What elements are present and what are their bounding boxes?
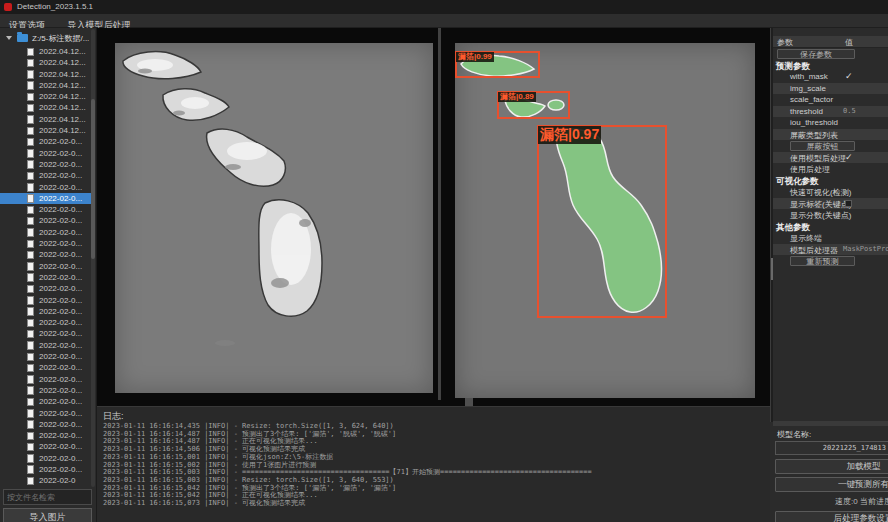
tree-item[interactable]: 2022-02-0...	[0, 464, 94, 475]
param-button[interactable]: 重新预测	[790, 256, 855, 267]
tree-item[interactable]: 2022-02-0...	[0, 159, 94, 170]
tree-item[interactable]: 2022.04.12...	[0, 114, 94, 125]
param-label: iou_threshold	[790, 118, 838, 127]
tree-item-label: 2022.04.12...	[39, 115, 86, 124]
tree-item[interactable]: 2022-02-0...	[0, 227, 94, 238]
file-icon	[27, 206, 34, 215]
tree-item[interactable]: 2022-02-0...	[0, 204, 94, 215]
tree-root[interactable]: Z:/5-标注数据/...	[0, 32, 97, 44]
checkmark-icon[interactable]: ✓	[845, 152, 853, 162]
param-row[interactable]: img_scale	[773, 83, 888, 95]
tree-item[interactable]: 2022-02-0...	[0, 441, 94, 452]
param-row[interactable]: 显示终端	[773, 232, 888, 244]
tree-item[interactable]: 2022.04.12...	[0, 125, 94, 136]
tree-item[interactable]: 2022-02-0...	[0, 385, 94, 396]
tree-item[interactable]: 2022-02-0	[0, 475, 94, 486]
raw-image-panel[interactable]	[115, 43, 433, 393]
tree-item-label: 2022-02-0...	[39, 183, 82, 192]
tree-item[interactable]: 2022-02-0...	[0, 215, 94, 226]
tree-item[interactable]: 2022-02-0...	[0, 408, 94, 419]
file-icon	[27, 432, 34, 441]
tree-item[interactable]: 2022-02-0...	[0, 238, 94, 249]
file-icon	[27, 341, 34, 350]
tree-item[interactable]: 2022-02-0...	[0, 328, 94, 339]
checkmark-icon[interactable]: ✓	[845, 71, 853, 81]
image-splitter[interactable]	[438, 28, 441, 400]
tree-item[interactable]: 2022.04.12...	[0, 46, 94, 57]
param-value[interactable]: 0.5	[843, 107, 856, 115]
predict-all-button[interactable]: 一键预测所有	[775, 477, 888, 492]
tree-item[interactable]: 2022.04.12...	[0, 69, 94, 80]
splitter-grip[interactable]	[465, 398, 473, 406]
tree-item[interactable]: 2022-02-0...	[0, 249, 94, 260]
prediction-image-panel[interactable]: 漏箔|0.99漏箔|0.89漏箔|0.97	[455, 43, 755, 398]
tree-item[interactable]: 2022-02-0...	[0, 362, 94, 373]
import-images-button[interactable]: 导入图片	[3, 508, 92, 522]
tree-item-label: 2022-02-0...	[39, 431, 82, 440]
tree-item-label: 2022-02-0...	[39, 160, 82, 169]
tree-item[interactable]: 2022-02-0...	[0, 295, 94, 306]
param-row[interactable]: iou_threshold	[773, 117, 888, 129]
tree-item[interactable]: 2022-02-0...	[0, 136, 94, 147]
tree-item[interactable]: 2022-02-0...	[0, 340, 94, 351]
tree-scrollbar[interactable]	[91, 29, 95, 487]
tree-item-label: 2022-02-0...	[39, 454, 82, 463]
tree-item[interactable]: 2022-02-0...	[0, 193, 94, 204]
tree-item[interactable]: 2022-02-0...	[0, 261, 94, 272]
tree-item[interactable]: 2022-02-0...	[0, 453, 94, 464]
param-button[interactable]: 屏蔽按钮	[790, 141, 855, 152]
tree-item[interactable]: 2022.04.12...	[0, 102, 94, 113]
chevron-down-icon[interactable]	[6, 36, 12, 40]
tree-item[interactable]: 2022-02-0...	[0, 374, 94, 385]
tree-item[interactable]: 2022.04.12...	[0, 91, 94, 102]
tree-item[interactable]: 2022-02-0...	[0, 283, 94, 294]
param-row[interactable]: 模型后处理器MaskPostPro	[773, 244, 888, 256]
tree-item-label: 2022-02-0...	[39, 442, 82, 451]
tree-item[interactable]: 2022-02-0...	[0, 182, 94, 193]
model-name-field[interactable]: 20221225_174813	[775, 441, 888, 455]
param-row[interactable]: threshold0.5	[773, 106, 888, 118]
checkbox[interactable]	[845, 200, 852, 207]
param-button[interactable]: 保存参数	[777, 49, 855, 60]
defect-blobs	[115, 43, 433, 393]
tree-item[interactable]: 2022-02-0...	[0, 272, 94, 283]
tree-item[interactable]: 2022-02-0...	[0, 148, 94, 159]
tree-item[interactable]: 2022.04.12...	[0, 80, 94, 91]
param-row[interactable]: 屏蔽按钮	[773, 140, 888, 152]
postprocess-settings-button[interactable]: 后处理参数设置	[775, 511, 888, 522]
folder-icon	[17, 34, 28, 42]
param-row[interactable]: 使用模型后处理✓	[773, 152, 888, 164]
search-input[interactable]	[3, 489, 92, 505]
tree-item[interactable]: 2022-02-0...	[0, 170, 94, 181]
tree-list: 2022.04.12...2022.04.12...2022.04.12...2…	[0, 46, 94, 488]
param-row[interactable]: 屏蔽类型列表	[773, 129, 888, 141]
file-icon	[27, 285, 34, 294]
tree-scrollbar-thumb[interactable]	[91, 99, 95, 259]
param-row[interactable]: 保存参数	[773, 48, 888, 60]
param-label: threshold	[790, 107, 823, 116]
tree-root-label: Z:/5-标注数据/...	[32, 33, 89, 44]
param-row[interactable]: with_mask✓	[773, 71, 888, 83]
param-row[interactable]: 使用后处理	[773, 163, 888, 175]
param-row[interactable]: 显示标签(关键点)	[773, 198, 888, 210]
tree-item[interactable]: 2022-02-0...	[0, 419, 94, 430]
title-bar: Detection_2023.1.5.1	[0, 0, 888, 14]
file-icon	[27, 240, 34, 249]
tree-item[interactable]: 2022-02-0...	[0, 317, 94, 328]
file-icon	[27, 172, 34, 181]
load-model-button[interactable]: 加载模型	[775, 459, 888, 474]
tree-item[interactable]: 2022-02-0...	[0, 396, 94, 407]
tree-item-label: 2022-02-0...	[39, 228, 82, 237]
file-icon	[27, 183, 34, 192]
param-row[interactable]: 快速可视化(检测)	[773, 186, 888, 198]
param-row[interactable]: 重新预测	[773, 255, 888, 267]
tree-item[interactable]: 2022-02-0...	[0, 306, 94, 317]
param-row[interactable]: 显示分数(关键点)	[773, 209, 888, 221]
tree-item[interactable]: 2022-02-0...	[0, 351, 94, 362]
app-icon	[4, 3, 12, 11]
tree-item[interactable]: 2022.04.12...	[0, 57, 94, 68]
param-value[interactable]: MaskPostPro	[843, 245, 888, 253]
tree-item[interactable]: 2022-02-0...	[0, 430, 94, 441]
param-row[interactable]: scale_factor	[773, 94, 888, 106]
file-icon	[27, 59, 34, 68]
